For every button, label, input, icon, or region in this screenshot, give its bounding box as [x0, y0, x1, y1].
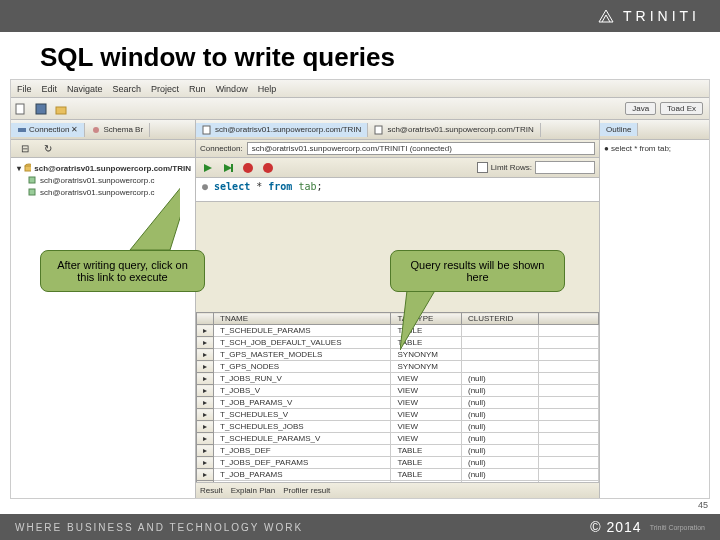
brand-name: TRINITI	[623, 8, 700, 24]
svg-point-14	[243, 163, 253, 173]
expand-icon[interactable]: ▾	[17, 164, 21, 173]
editor-tab-2[interactable]: sch@oratrisv01.sunpowercorp.com/TRIN	[368, 123, 540, 137]
right-pane: Outline ● select * from tab;	[599, 120, 709, 498]
menu-help[interactable]: Help	[258, 84, 277, 94]
svg-rect-1	[36, 104, 46, 114]
callout-arrow-1	[120, 170, 180, 255]
result-tab-result[interactable]: Result	[200, 486, 223, 495]
sql-file-icon	[202, 125, 212, 135]
callout-execute: After writing query, click on this link …	[40, 250, 205, 292]
perspective-toad[interactable]: Toad Ex	[660, 102, 703, 115]
stop-button[interactable]	[240, 160, 256, 176]
refresh-icon[interactable]: ↻	[39, 141, 57, 157]
step-button[interactable]	[260, 160, 276, 176]
tab-connection[interactable]: Connection ✕	[11, 123, 85, 137]
outline-item[interactable]: ● select * from tab;	[604, 144, 705, 153]
svg-rect-8	[29, 189, 35, 195]
svg-point-15	[263, 163, 273, 173]
svg-marker-11	[204, 164, 212, 172]
svg-rect-6	[25, 166, 31, 171]
center-pane: sch@oratrisv01.sunpowercorp.com/TRIN sch…	[196, 120, 599, 498]
menu-run[interactable]: Run	[189, 84, 206, 94]
new-icon[interactable]	[12, 101, 30, 117]
result-tab-profiler[interactable]: Profiler result	[283, 486, 330, 495]
editor-tab-1[interactable]: sch@oratrisv01.sunpowercorp.com/TRIN	[196, 123, 368, 137]
outline-content: ● select * from tab;	[600, 140, 709, 498]
open-icon[interactable]	[52, 101, 70, 117]
execute-button[interactable]	[200, 160, 216, 176]
menu-file[interactable]: File	[17, 84, 32, 94]
result-tab-explain[interactable]: Explain Plan	[231, 486, 275, 495]
schema-icon	[91, 125, 101, 135]
callout-results: Query results will be shown here	[390, 250, 565, 292]
sql-editor[interactable]: ● select * from tab;	[196, 178, 599, 202]
svg-rect-13	[231, 164, 233, 172]
conn-icon	[27, 187, 37, 197]
connection-icon	[17, 125, 27, 135]
save-icon[interactable]	[32, 101, 50, 117]
menu-navigate[interactable]: Navigate	[67, 84, 103, 94]
limit-rows-checkbox[interactable]	[477, 162, 488, 173]
slide-title: SQL window to write queries	[0, 32, 720, 79]
svg-rect-2	[56, 107, 66, 114]
tab-outline[interactable]: Outline	[600, 123, 638, 136]
execution-toolbar: Limit Rows:	[196, 158, 599, 178]
results-grid: TNAMETABTYPECLUSTERID▸T_SCHEDULE_PARAMST…	[196, 312, 599, 482]
svg-rect-3	[18, 128, 26, 132]
brand-banner: TRINITI	[0, 0, 720, 32]
footer-year: © 2014	[590, 519, 641, 535]
svg-point-4	[93, 127, 99, 133]
svg-marker-12	[224, 164, 232, 172]
svg-rect-0	[16, 104, 24, 114]
perspective-java[interactable]: Java	[625, 102, 656, 115]
tagline: WHERE BUSINESS AND TECHNOLOGY WORK	[15, 522, 303, 533]
svg-rect-7	[29, 177, 35, 183]
footer-copyright: Triniti Corporation	[650, 524, 705, 531]
svg-rect-9	[203, 126, 210, 134]
conn-icon	[27, 175, 37, 185]
limit-rows-input[interactable]	[535, 161, 595, 174]
svg-marker-16	[130, 170, 180, 250]
close-icon[interactable]: ✕	[71, 125, 78, 134]
db-icon	[24, 163, 31, 173]
menu-search[interactable]: Search	[113, 84, 142, 94]
left-toolbar: ⊟ ↻	[11, 140, 195, 158]
menu-project[interactable]: Project	[151, 84, 179, 94]
page-number: 45	[698, 500, 708, 510]
menu-window[interactable]: Window	[216, 84, 248, 94]
footer: WHERE BUSINESS AND TECHNOLOGY WORK © 201…	[0, 514, 720, 540]
menu-edit[interactable]: Edit	[42, 84, 58, 94]
limit-rows-label: Limit Rows:	[491, 163, 532, 172]
menu-bar: File Edit Navigate Search Project Run Wi…	[11, 80, 709, 98]
collapse-icon[interactable]: ⊟	[16, 141, 34, 157]
results-table[interactable]: TNAMETABTYPECLUSTERID▸T_SCHEDULE_PARAMST…	[196, 312, 599, 482]
connection-label: Connection:	[200, 144, 243, 153]
triniti-logo: TRINITI	[597, 8, 700, 24]
tab-schema[interactable]: Schema Br	[85, 123, 150, 137]
main-toolbar: Java Toad Ex	[11, 98, 709, 120]
connection-dropdown[interactable]: sch@oratrisv01.sunpowercorp.com/TRINITI …	[247, 142, 595, 155]
execute-script-button[interactable]	[220, 160, 236, 176]
svg-rect-10	[375, 126, 382, 134]
sql-file-icon	[374, 125, 384, 135]
